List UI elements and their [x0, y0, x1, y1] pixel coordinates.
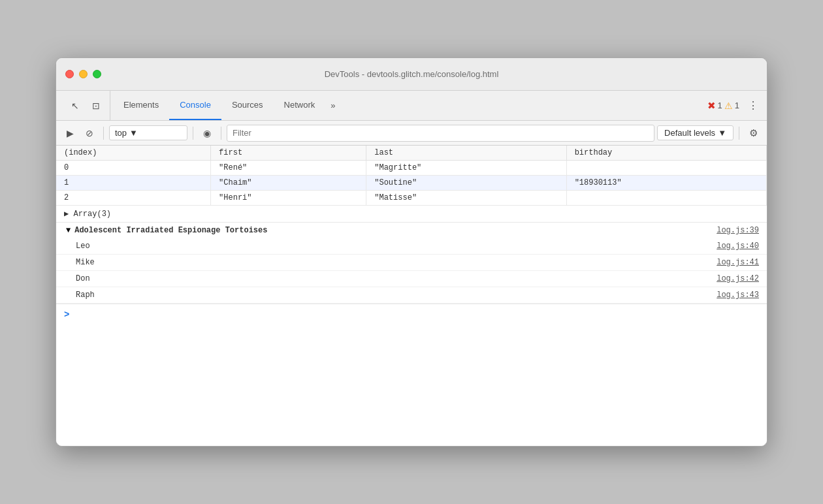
error-icon: ✖: [707, 100, 716, 112]
log-source-link-40[interactable]: log.js:40: [717, 242, 759, 251]
table-row: 2 "Henri" "Matisse": [56, 191, 767, 206]
console-table: (index) first last birthday 0 "René" "Ma…: [56, 146, 767, 206]
col-header-last: last: [366, 146, 566, 161]
context-value: top: [115, 128, 127, 138]
clear-log-button[interactable]: ⊘: [81, 125, 98, 142]
tabs-bar: ↖ ⊡ Elements Console Sources Network » ✖…: [56, 91, 767, 121]
close-button[interactable]: [65, 70, 74, 78]
tab-sources[interactable]: Sources: [221, 91, 274, 120]
error-badge[interactable]: ✖ 1 ⚠ 1: [707, 100, 739, 112]
log-source-link-41[interactable]: log.js:41: [717, 258, 759, 267]
cell-birthday-1: "18930113": [566, 176, 766, 191]
default-levels-dropdown[interactable]: Default levels ▼: [657, 125, 734, 140]
prompt-row: >: [56, 304, 767, 325]
cell-first-2: "Henri": [211, 191, 366, 206]
log-group-title: Adolescent Irradiated Espionage Tortoise…: [74, 226, 267, 235]
array-expand-label: ▶ Array(3): [64, 209, 111, 219]
cell-index-2: 2: [56, 191, 211, 206]
filter-input[interactable]: [227, 125, 654, 142]
table-row: 1 "Chaim" "Soutine" "18930113": [56, 176, 767, 191]
devtools-more-button[interactable]: ⋮: [745, 97, 762, 114]
console-toolbar: ▶ ⊘ top ▼ ◉ Default levels ▼ ⚙: [56, 121, 767, 146]
cell-birthday-2: [566, 191, 766, 206]
array-row[interactable]: ▶ Array(3): [56, 206, 767, 223]
minimize-button[interactable]: [79, 70, 88, 78]
eye-button[interactable]: ◉: [199, 125, 216, 142]
prompt-arrow: >: [64, 309, 69, 320]
console-content: (index) first last birthday 0 "René" "Ma…: [56, 146, 767, 446]
col-header-birthday: birthday: [566, 146, 766, 161]
log-source-link-39[interactable]: log.js:39: [717, 226, 759, 235]
toolbar-divider4: [739, 127, 739, 140]
tab-network[interactable]: Network: [274, 91, 326, 120]
ban-icon: ⊘: [86, 128, 93, 138]
log-item-text-2: Don: [76, 274, 90, 283]
error-count: 1: [718, 101, 722, 110]
traffic-lights: [65, 70, 101, 78]
warning-icon: ⚠: [724, 101, 733, 111]
cell-index-0: 0: [56, 161, 211, 176]
col-header-first: first: [211, 146, 366, 161]
window-title: DevTools - devtools.glitch.me/console/lo…: [325, 69, 499, 79]
gear-icon: ⚙: [749, 127, 758, 139]
cell-last-0: "Magritte": [366, 161, 566, 176]
title-bar: DevTools - devtools.glitch.me/console/lo…: [56, 58, 767, 91]
default-levels-label: Default levels: [664, 128, 715, 138]
play-button[interactable]: ▶: [61, 125, 78, 142]
table-row: 0 "René" "Magritte": [56, 161, 767, 176]
drawer-icon-button[interactable]: ⊡: [88, 97, 105, 114]
cursor-icon-button[interactable]: ↖: [67, 97, 84, 114]
toolbar-divider: [103, 127, 104, 140]
toolbar-divider3: [221, 127, 221, 140]
drawer-icon: ⊡: [92, 101, 100, 111]
log-item-1: Mike log.js:41: [56, 255, 767, 271]
tab-icons: ↖ ⊡: [61, 91, 110, 120]
devtools-window: DevTools - devtools.glitch.me/console/lo…: [56, 57, 767, 447]
cell-first-1: "Chaim": [211, 176, 366, 191]
log-source-link-43[interactable]: log.js:43: [717, 291, 759, 300]
tabs-right: ✖ 1 ⚠ 1 ⋮: [707, 91, 762, 120]
settings-button[interactable]: ⚙: [745, 125, 762, 142]
group-expand-arrow: ▼: [66, 226, 71, 235]
console-input[interactable]: [74, 310, 759, 319]
warning-count: 1: [735, 101, 739, 110]
log-group-header-left: ▼ Adolescent Irradiated Espionage Tortoi…: [66, 226, 267, 235]
dropdown-arrow: ▼: [129, 128, 138, 138]
log-item-text-3: Raph: [76, 291, 95, 300]
maximize-button[interactable]: [93, 70, 101, 78]
cursor-icon: ↖: [71, 101, 79, 111]
log-item-0: Leo log.js:40: [56, 238, 767, 255]
cell-last-1: "Soutine": [366, 176, 566, 191]
tab-elements[interactable]: Elements: [113, 91, 169, 120]
context-select[interactable]: top ▼: [109, 125, 187, 140]
cell-index-1: 1: [56, 176, 211, 191]
log-item-3: Raph log.js:43: [56, 287, 767, 304]
col-header-index: (index): [56, 146, 211, 161]
cell-birthday-0: [566, 161, 766, 176]
eye-icon: ◉: [203, 128, 211, 138]
toolbar-divider2: [193, 127, 193, 140]
tab-console[interactable]: Console: [169, 91, 221, 120]
log-item-2: Don log.js:42: [56, 271, 767, 287]
log-item-text-0: Leo: [76, 242, 90, 251]
log-item-text-1: Mike: [76, 258, 95, 267]
log-group-header[interactable]: ▼ Adolescent Irradiated Espionage Tortoi…: [56, 223, 767, 238]
levels-arrow: ▼: [718, 128, 726, 138]
play-icon: ▶: [67, 128, 74, 138]
tab-more-button[interactable]: »: [325, 91, 340, 120]
cell-first-0: "René": [211, 161, 366, 176]
log-group: ▼ Adolescent Irradiated Espionage Tortoi…: [56, 223, 767, 304]
cell-last-2: "Matisse": [366, 191, 566, 206]
log-source-link-42[interactable]: log.js:42: [717, 274, 759, 283]
